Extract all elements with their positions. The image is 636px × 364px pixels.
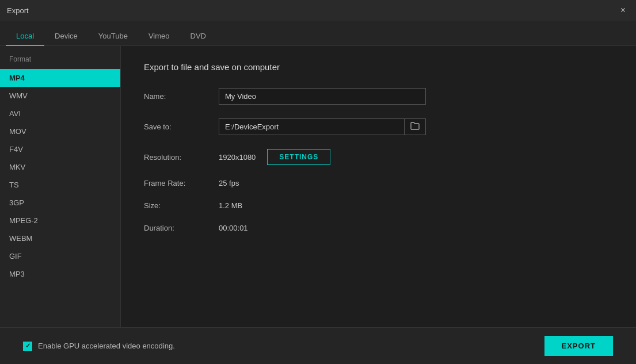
resolution-label: Resolution: <box>144 153 219 162</box>
tab-local[interactable]: Local <box>6 27 44 46</box>
tab-device[interactable]: Device <box>44 27 88 46</box>
settings-button[interactable]: SETTINGS <box>267 149 330 165</box>
gpu-checkbox[interactable]: ✓ <box>23 342 32 351</box>
sidebar-section-label: Format <box>0 55 120 69</box>
title-bar: Export × <box>0 0 636 21</box>
sidebar-item-ts[interactable]: TS <box>0 176 120 194</box>
sidebar-item-avi[interactable]: AVI <box>0 105 120 122</box>
tab-vimeo[interactable]: Vimeo <box>138 27 180 46</box>
save-to-input[interactable] <box>219 119 404 135</box>
sidebar-item-mpeg2[interactable]: MPEG-2 <box>0 212 120 229</box>
gpu-checkbox-row: ✓ Enable GPU accelerated video encoding. <box>23 342 175 351</box>
frame-rate-label: Frame Rate: <box>144 179 219 187</box>
gpu-checkbox-label: Enable GPU accelerated video encoding. <box>38 342 175 350</box>
sidebar-item-f4v[interactable]: F4V <box>0 140 120 158</box>
frame-rate-row: Frame Rate: 25 fps <box>144 179 613 187</box>
resolution-row: Resolution: 1920x1080 SETTINGS <box>144 149 613 165</box>
tab-dvd[interactable]: DVD <box>180 27 216 46</box>
dialog-title: Export <box>7 6 29 15</box>
sidebar-item-mov[interactable]: MOV <box>0 122 120 140</box>
browse-folder-button[interactable] <box>404 119 425 135</box>
name-row: Name: <box>144 88 613 105</box>
tab-youtube[interactable]: YouTube <box>88 27 138 46</box>
size-label: Size: <box>144 201 219 210</box>
resolution-value: 1920x1080 <box>219 153 256 162</box>
save-to-label: Save to: <box>144 122 219 131</box>
sidebar-item-3gp[interactable]: 3GP <box>0 194 120 212</box>
content-panel: Export to file and save on computer Name… <box>121 46 636 327</box>
frame-rate-value: 25 fps <box>219 179 239 187</box>
export-button[interactable]: EXPORT <box>544 336 613 356</box>
content-title: Export to file and save on computer <box>144 62 613 72</box>
sidebar: Format MP4 WMV AVI MOV F4V MKV TS 3GP MP… <box>0 46 121 327</box>
save-to-row: Save to: <box>144 118 613 135</box>
save-to-wrapper <box>219 118 426 135</box>
sidebar-item-wmv[interactable]: WMV <box>0 87 120 105</box>
duration-value: 00:00:01 <box>219 224 248 232</box>
size-value: 1.2 MB <box>219 201 242 210</box>
sidebar-item-gif[interactable]: GIF <box>0 247 120 265</box>
sidebar-item-mp4[interactable]: MP4 <box>0 69 120 87</box>
sidebar-item-webm[interactable]: WEBM <box>0 229 120 247</box>
tab-bar: Local Device YouTube Vimeo DVD <box>0 21 636 46</box>
sidebar-item-mkv[interactable]: MKV <box>0 158 120 176</box>
name-label: Name: <box>144 92 219 101</box>
footer: ✓ Enable GPU accelerated video encoding.… <box>0 327 636 364</box>
duration-label: Duration: <box>144 224 219 232</box>
size-row: Size: 1.2 MB <box>144 201 613 210</box>
sidebar-item-mp3[interactable]: MP3 <box>0 265 120 283</box>
close-button[interactable]: × <box>617 5 629 16</box>
checkmark-icon: ✓ <box>25 342 31 350</box>
duration-row: Duration: 00:00:01 <box>144 224 613 232</box>
name-input[interactable] <box>219 88 426 105</box>
main-area: Format MP4 WMV AVI MOV F4V MKV TS 3GP MP… <box>0 46 636 327</box>
